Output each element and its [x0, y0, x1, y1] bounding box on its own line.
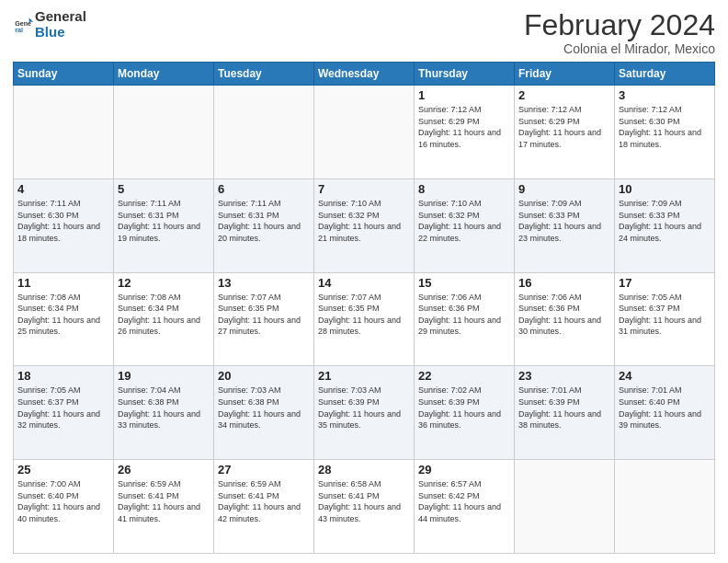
logo-line2: Blue [35, 25, 86, 40]
table-row: 3Sunrise: 7:12 AMSunset: 6:30 PMDaylight… [615, 86, 715, 179]
svg-text:ral: ral [15, 26, 23, 33]
cell-info-text: Sunrise: 7:09 AMSunset: 6:33 PMDaylight:… [518, 198, 610, 244]
cell-info-text: Sunrise: 7:07 AMSunset: 6:35 PMDaylight:… [318, 292, 410, 338]
cell-info-text: Sunrise: 7:11 AMSunset: 6:31 PMDaylight:… [218, 198, 310, 244]
cell-info-text: Sunrise: 7:12 AMSunset: 6:29 PMDaylight:… [518, 104, 610, 150]
calendar: Sunday Monday Tuesday Wednesday Thursday… [13, 62, 715, 554]
table-row: 15Sunrise: 7:06 AMSunset: 6:36 PMDayligh… [415, 272, 515, 366]
cell-info-text: Sunrise: 7:08 AMSunset: 6:34 PMDaylight:… [17, 292, 109, 338]
cell-day-number: 20 [218, 369, 310, 383]
table-row: 14Sunrise: 7:07 AMSunset: 6:35 PMDayligh… [314, 272, 415, 366]
cell-info-text: Sunrise: 7:03 AMSunset: 6:38 PMDaylight:… [218, 385, 310, 431]
cell-info-text: Sunrise: 6:58 AMSunset: 6:41 PMDaylight:… [318, 478, 410, 524]
cell-day-number: 22 [418, 369, 510, 383]
cell-info-text: Sunrise: 7:12 AMSunset: 6:30 PMDaylight:… [619, 104, 711, 150]
table-row: 5Sunrise: 7:11 AMSunset: 6:31 PMDaylight… [114, 178, 214, 272]
page: Gene ral General Blue February 2024 Colo… [0, 0, 728, 563]
cell-day-number: 18 [17, 369, 109, 383]
cell-info-text: Sunrise: 7:10 AMSunset: 6:32 PMDaylight:… [318, 198, 410, 244]
table-row: 8Sunrise: 7:10 AMSunset: 6:32 PMDaylight… [415, 178, 515, 272]
cell-day-number: 23 [518, 369, 610, 383]
cell-info-text: Sunrise: 7:06 AMSunset: 6:36 PMDaylight:… [518, 292, 610, 338]
cell-info-text: Sunrise: 7:09 AMSunset: 6:33 PMDaylight:… [619, 198, 711, 244]
cell-info-text: Sunrise: 7:01 AMSunset: 6:39 PMDaylight:… [518, 385, 610, 431]
cell-day-number: 9 [518, 182, 610, 196]
table-row [114, 86, 214, 179]
cell-info-text: Sunrise: 7:00 AMSunset: 6:40 PMDaylight:… [17, 478, 109, 524]
calendar-week-row: 18Sunrise: 7:05 AMSunset: 6:37 PMDayligh… [14, 366, 715, 460]
cell-info-text: Sunrise: 7:11 AMSunset: 6:31 PMDaylight:… [118, 198, 210, 244]
cell-day-number: 7 [318, 182, 410, 196]
table-row: 11Sunrise: 7:08 AMSunset: 6:34 PMDayligh… [14, 272, 114, 366]
cell-info-text: Sunrise: 7:05 AMSunset: 6:37 PMDaylight:… [17, 385, 109, 431]
title-block: February 2024 Colonia el Mirador, Mexico [524, 9, 715, 56]
cell-info-text: Sunrise: 7:03 AMSunset: 6:39 PMDaylight:… [318, 385, 410, 431]
cell-day-number: 10 [619, 182, 711, 196]
table-row: 7Sunrise: 7:10 AMSunset: 6:32 PMDaylight… [314, 178, 415, 272]
header: Gene ral General Blue February 2024 Colo… [13, 9, 715, 56]
table-row: 22Sunrise: 7:02 AMSunset: 6:39 PMDayligh… [415, 366, 515, 460]
cell-day-number: 6 [218, 182, 310, 196]
cell-day-number: 29 [418, 463, 510, 477]
table-row: 13Sunrise: 7:07 AMSunset: 6:35 PMDayligh… [214, 272, 314, 366]
logo-icon: Gene ral [13, 15, 33, 35]
header-friday: Friday [515, 63, 615, 86]
cell-day-number: 16 [518, 276, 610, 290]
table-row: 2Sunrise: 7:12 AMSunset: 6:29 PMDaylight… [515, 86, 615, 179]
calendar-week-row: 1Sunrise: 7:12 AMSunset: 6:29 PMDaylight… [14, 86, 715, 179]
cell-day-number: 4 [17, 182, 109, 196]
cell-day-number: 15 [418, 276, 510, 290]
cell-day-number: 3 [619, 88, 711, 102]
logo-line1: General [35, 9, 86, 25]
main-title: February 2024 [524, 9, 715, 41]
cell-day-number: 19 [118, 369, 210, 383]
table-row: 24Sunrise: 7:01 AMSunset: 6:40 PMDayligh… [615, 366, 715, 460]
cell-day-number: 28 [318, 463, 410, 477]
cell-day-number: 14 [318, 276, 410, 290]
table-row: 6Sunrise: 7:11 AMSunset: 6:31 PMDaylight… [214, 178, 314, 272]
table-row: 26Sunrise: 6:59 AMSunset: 6:41 PMDayligh… [114, 460, 214, 554]
table-row: 9Sunrise: 7:09 AMSunset: 6:33 PMDaylight… [515, 178, 615, 272]
table-row [214, 86, 314, 179]
logo: Gene ral General Blue [13, 9, 86, 40]
cell-info-text: Sunrise: 7:12 AMSunset: 6:29 PMDaylight:… [418, 104, 510, 150]
cell-day-number: 2 [518, 88, 610, 102]
calendar-week-row: 4Sunrise: 7:11 AMSunset: 6:30 PMDaylight… [14, 178, 715, 272]
cell-day-number: 24 [619, 369, 711, 383]
calendar-week-row: 25Sunrise: 7:00 AMSunset: 6:40 PMDayligh… [14, 460, 715, 554]
table-row: 10Sunrise: 7:09 AMSunset: 6:33 PMDayligh… [615, 178, 715, 272]
cell-info-text: Sunrise: 7:05 AMSunset: 6:37 PMDaylight:… [619, 292, 711, 338]
calendar-week-row: 11Sunrise: 7:08 AMSunset: 6:34 PMDayligh… [14, 272, 715, 366]
calendar-header-row: Sunday Monday Tuesday Wednesday Thursday… [14, 63, 715, 86]
cell-info-text: Sunrise: 7:08 AMSunset: 6:34 PMDaylight:… [118, 292, 210, 338]
cell-day-number: 11 [17, 276, 109, 290]
table-row [14, 86, 114, 179]
table-row: 19Sunrise: 7:04 AMSunset: 6:38 PMDayligh… [114, 366, 214, 460]
cell-info-text: Sunrise: 6:57 AMSunset: 6:42 PMDaylight:… [418, 478, 510, 524]
header-wednesday: Wednesday [314, 63, 415, 86]
header-thursday: Thursday [415, 63, 515, 86]
cell-info-text: Sunrise: 7:01 AMSunset: 6:40 PMDaylight:… [619, 385, 711, 431]
table-row: 20Sunrise: 7:03 AMSunset: 6:38 PMDayligh… [214, 366, 314, 460]
table-row: 18Sunrise: 7:05 AMSunset: 6:37 PMDayligh… [14, 366, 114, 460]
cell-info-text: Sunrise: 7:06 AMSunset: 6:36 PMDaylight:… [418, 292, 510, 338]
cell-day-number: 5 [118, 182, 210, 196]
table-row: 23Sunrise: 7:01 AMSunset: 6:39 PMDayligh… [515, 366, 615, 460]
cell-day-number: 12 [118, 276, 210, 290]
table-row [615, 460, 715, 554]
cell-day-number: 17 [619, 276, 711, 290]
table-row: 21Sunrise: 7:03 AMSunset: 6:39 PMDayligh… [314, 366, 415, 460]
table-row: 25Sunrise: 7:00 AMSunset: 6:40 PMDayligh… [14, 460, 114, 554]
cell-info-text: Sunrise: 7:02 AMSunset: 6:39 PMDaylight:… [418, 385, 510, 431]
subtitle: Colonia el Mirador, Mexico [524, 41, 715, 56]
header-saturday: Saturday [615, 63, 715, 86]
cell-info-text: Sunrise: 7:10 AMSunset: 6:32 PMDaylight:… [418, 198, 510, 244]
cell-day-number: 25 [17, 463, 109, 477]
table-row: 4Sunrise: 7:11 AMSunset: 6:30 PMDaylight… [14, 178, 114, 272]
header-sunday: Sunday [14, 63, 114, 86]
table-row: 29Sunrise: 6:57 AMSunset: 6:42 PMDayligh… [415, 460, 515, 554]
header-monday: Monday [114, 63, 214, 86]
cell-day-number: 21 [318, 369, 410, 383]
header-tuesday: Tuesday [214, 63, 314, 86]
table-row: 17Sunrise: 7:05 AMSunset: 6:37 PMDayligh… [615, 272, 715, 366]
